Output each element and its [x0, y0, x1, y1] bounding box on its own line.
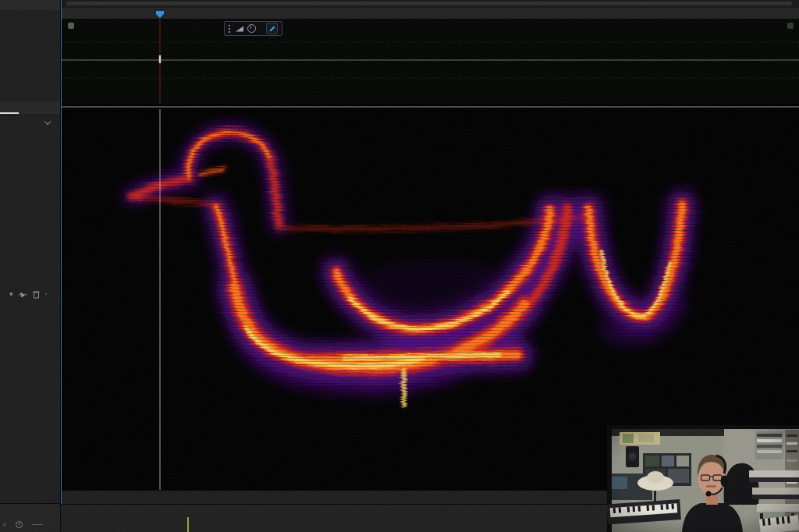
channel-button[interactable] [68, 23, 74, 29]
files-table-header[interactable] [0, 0, 60, 10]
dropdown-arrow-icon[interactable]: ▾ [9, 291, 13, 298]
hud-drag-handle[interactable] [229, 25, 232, 33]
sidebar-meter-panel: ≡ [0, 503, 60, 532]
clock-icon[interactable] [16, 521, 23, 528]
clock-icon [247, 24, 256, 33]
waveform-display[interactable] [62, 19, 799, 104]
menu-icon[interactable]: ≡ [2, 521, 6, 528]
more-icon[interactable]: • [45, 291, 48, 298]
wrench-icon[interactable] [266, 23, 278, 34]
volume-hud[interactable] [224, 21, 282, 36]
meter-options-row: ≡ [2, 521, 57, 528]
active-tab-underline [0, 112, 19, 114]
playhead-handle [159, 55, 161, 63]
timeline-ruler[interactable] [62, 8, 799, 20]
spectrogram-duck-art [130, 131, 680, 490]
navigator-scrollbar[interactable] [66, 2, 792, 5]
zoom-navigator [62, 0, 799, 8]
webcam-overlay [607, 425, 799, 532]
panel-splitter[interactable] [62, 104, 799, 109]
left-sidebar-panel: ▾ • ≡ [0, 0, 61, 532]
fader-icon [235, 25, 244, 33]
files-table [0, 0, 60, 10]
files-toolbar: ▾ • [9, 290, 48, 299]
divider-dash [32, 524, 43, 525]
trash-icon[interactable] [33, 290, 40, 299]
chevron-down-icon[interactable] [45, 119, 50, 124]
audition-app-window: ▾ • ≡ [0, 0, 799, 532]
waveform-icon[interactable] [19, 291, 27, 299]
panel-options-button[interactable] [787, 23, 794, 29]
meter-indicator [187, 517, 189, 532]
